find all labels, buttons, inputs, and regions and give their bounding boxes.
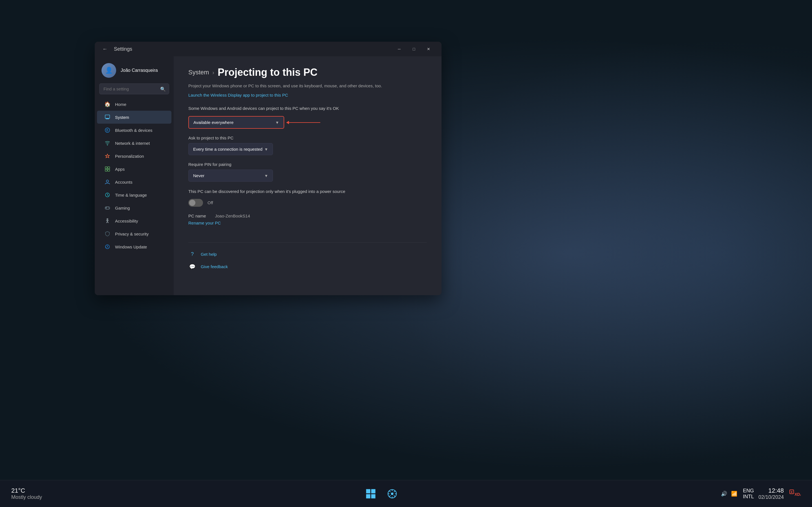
update-icon — [104, 243, 111, 250]
tray-locale: ENG INTL — [743, 488, 754, 500]
weather-info: 21°C Mostly cloudy — [11, 487, 42, 500]
xda-logo-icon: X XDA — [790, 490, 801, 498]
sidebar-item-time-label: Time & language — [115, 193, 147, 198]
start-button[interactable] — [363, 487, 378, 501]
availability-dropdown[interactable]: Available everywhere ▼ — [188, 116, 284, 129]
sidebar-item-network-label: Network & internet — [115, 141, 150, 146]
title-bar: ← Settings ─ □ ✕ — [95, 42, 442, 56]
personalization-icon — [104, 152, 111, 160]
user-profile[interactable]: 👤 João Carrasqueira — [95, 60, 174, 83]
tray-network-icon[interactable]: 🔊 — [721, 491, 727, 497]
sidebar-item-system[interactable]: System — [97, 111, 171, 124]
get-help-item[interactable]: ? Get help — [188, 250, 427, 258]
user-name: João Carrasqueira — [121, 68, 158, 73]
toggle-label: Off — [207, 200, 213, 205]
sidebar-item-update-label: Windows Update — [115, 244, 147, 249]
svg-rect-2 — [107, 118, 108, 119]
sidebar-item-personalization-label: Personalization — [115, 154, 144, 159]
pin-dropdown[interactable]: Never ▼ — [188, 170, 273, 182]
system-tray: ENG INTL 12:48 02/10/2024 — [743, 487, 784, 500]
home-icon: 🏠 — [104, 101, 111, 108]
sidebar-item-gaming-label: Gaming — [115, 206, 130, 210]
sidebar-item-bluetooth[interactable]: B Bluetooth & devices — [97, 124, 171, 136]
connection-request-value: Every time a connection is requested — [193, 147, 262, 152]
rename-link[interactable]: Rename your PC — [188, 221, 427, 225]
power-toggle[interactable] — [188, 199, 203, 207]
tray-locale-lang: ENG — [743, 488, 754, 494]
minimize-button[interactable]: ─ — [392, 44, 407, 54]
pin-label: Require PIN for pairing — [188, 162, 427, 167]
availability-dropdown-value: Available everywhere — [193, 120, 234, 125]
dropdown1-arrow-icon: ▼ — [275, 120, 279, 125]
sidebar-item-apps[interactable]: Apps — [97, 163, 171, 175]
avatar: 👤 — [101, 63, 116, 78]
page-title: Projecting to this PC — [218, 66, 317, 78]
sidebar-item-network[interactable]: Network & internet — [97, 136, 171, 150]
pin-dropdown-value: Never — [193, 173, 204, 178]
windows-logo-icon — [366, 489, 376, 499]
svg-rect-21 — [366, 494, 370, 498]
sidebar-item-home[interactable]: 🏠 Home — [97, 98, 171, 111]
svg-rect-7 — [108, 167, 110, 169]
toggle-container: Off — [188, 199, 427, 207]
breadcrumb-separator: › — [212, 69, 214, 76]
search-input[interactable] — [99, 83, 169, 94]
availability-dropdown-container: Available everywhere ▼ — [188, 116, 284, 129]
taskbar: 21°C Mostly cloudy 🔊 📶 — [0, 480, 812, 507]
sidebar-item-privacy[interactable]: Privacy & security — [97, 227, 171, 240]
svg-rect-9 — [108, 169, 110, 171]
sidebar-item-accessibility[interactable]: Accessibility — [97, 214, 171, 227]
sidebar-item-personalization[interactable]: Personalization — [97, 150, 171, 163]
svg-point-24 — [391, 492, 393, 495]
sidebar-item-accounts[interactable]: Accounts — [97, 175, 171, 188]
breadcrumb-parent[interactable]: System — [188, 69, 209, 76]
taskbar-settings-button[interactable] — [385, 487, 400, 501]
window-title: Settings — [114, 46, 132, 52]
arrow-line — [287, 122, 320, 123]
title-bar-controls: ─ □ ✕ — [392, 44, 436, 54]
power-section: This PC can be discovered for projection… — [188, 188, 427, 207]
bluetooth-icon: B — [104, 126, 111, 134]
sidebar-item-home-label: Home — [115, 102, 126, 107]
gaming-icon — [104, 204, 111, 212]
time-icon — [104, 191, 111, 199]
pc-name-key: PC name — [188, 214, 206, 218]
svg-text:X: X — [791, 490, 793, 494]
xda-logo: X XDA — [790, 490, 801, 498]
tray-volume-icon[interactable]: 📶 — [731, 491, 737, 497]
taskbar-center — [363, 487, 400, 501]
give-feedback-item[interactable]: 💬 Give feedback — [188, 263, 427, 271]
taskbar-settings-icon — [387, 489, 397, 499]
svg-rect-8 — [105, 169, 107, 171]
sidebar-item-update[interactable]: Windows Update — [97, 240, 171, 253]
svg-point-15 — [108, 207, 109, 208]
sidebar-item-accessibility-label: Accessibility — [115, 219, 138, 223]
svg-point-10 — [106, 180, 109, 182]
svg-text:B: B — [106, 128, 108, 132]
sidebar-item-time[interactable]: Time & language — [97, 188, 171, 202]
close-button[interactable]: ✕ — [421, 44, 436, 54]
annotation-arrow — [287, 122, 320, 123]
title-bar-left: ← Settings — [100, 45, 132, 54]
svg-text:XDA: XDA — [795, 492, 801, 497]
section-note: Some Windows and Android devices can pro… — [188, 105, 427, 112]
launch-link[interactable]: Launch the Wireless Display app to proje… — [188, 93, 288, 98]
sidebar-item-gaming[interactable]: Gaming — [97, 202, 171, 214]
privacy-icon — [104, 230, 111, 237]
help-section: ? Get help 💬 Give feedback — [188, 242, 427, 271]
clock[interactable]: 12:48 02/10/2024 — [758, 487, 784, 500]
sidebar-item-apps-label: Apps — [115, 167, 124, 172]
search-box: 🔍 — [99, 83, 169, 94]
search-icon: 🔍 — [160, 86, 166, 92]
pc-name-row: PC name Joao-ZenBookS14 — [188, 214, 427, 218]
svg-point-16 — [109, 208, 109, 209]
clock-time: 12:48 — [758, 487, 784, 494]
back-button[interactable]: ← — [100, 45, 109, 54]
main-content: System › Projecting to this PC Project y… — [174, 56, 442, 295]
sidebar-item-privacy-label: Privacy & security — [115, 231, 149, 236]
connection-request-dropdown[interactable]: Every time a connection is requested ▼ — [188, 143, 273, 155]
maximize-button[interactable]: □ — [407, 44, 421, 54]
settings-window: ← Settings ─ □ ✕ 👤 João Carrasqueira 🔍 — [95, 42, 442, 295]
ask-to-project-label: Ask to project to this PC — [188, 135, 427, 140]
sidebar-item-system-label: System — [115, 115, 129, 120]
